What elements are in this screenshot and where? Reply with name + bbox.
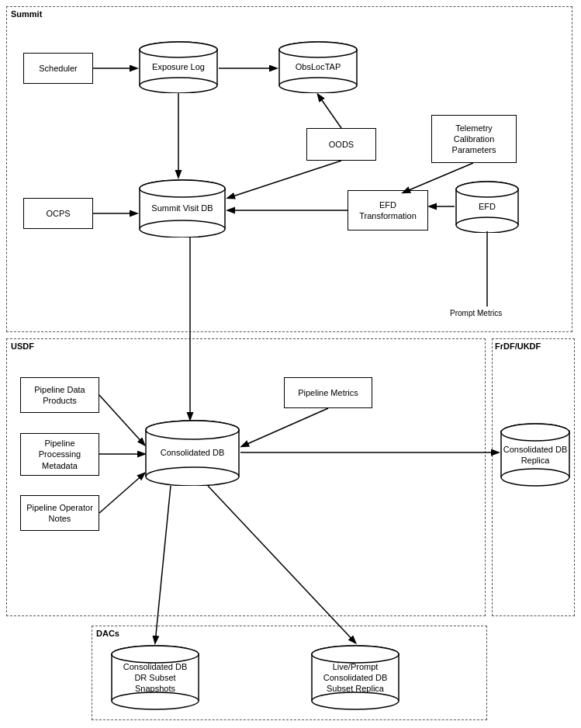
svg-point-5	[140, 42, 217, 57]
svg-point-22	[456, 217, 518, 233]
summit-label: Summit	[11, 9, 42, 19]
svg-point-35	[501, 424, 569, 441]
dr-subset-cylinder: Consolidated DB DR Subset Snapshots	[110, 644, 200, 711]
live-prompt-cylinder: Live/Prompt Consolidated DB Subset Repli…	[310, 644, 400, 711]
svg-point-11	[279, 42, 357, 57]
svg-point-23	[456, 182, 518, 197]
svg-point-28	[146, 467, 239, 486]
summit-visit-db-cylinder: Summit Visit DB	[138, 179, 227, 237]
ocps-box: OCPS	[23, 198, 93, 229]
pipeline-proc-box: Pipeline Processing Metadata	[20, 433, 99, 476]
oods-box: OODS	[306, 128, 376, 161]
svg-point-34	[501, 469, 569, 486]
pipeline-data-box: Pipeline Data Products	[20, 377, 99, 413]
svg-point-17	[140, 180, 225, 197]
dacs-label: DACs	[96, 629, 119, 638]
svg-point-10	[279, 78, 357, 93]
pipeline-op-box: Pipeline Operator Notes	[20, 495, 99, 531]
svg-point-4	[140, 78, 217, 93]
scheduler-box: Scheduler	[23, 53, 93, 84]
efd-transform-box: EFD Transformation	[348, 190, 428, 231]
exposure-log-cylinder: Exposure Log	[138, 40, 219, 93]
consolidated-db-cylinder: Consolidated DB	[144, 419, 240, 486]
svg-point-16	[140, 220, 225, 237]
svg-point-46	[312, 692, 399, 709]
svg-point-40	[112, 692, 199, 709]
frdf-label: FrDF/UKDF	[495, 341, 541, 351]
svg-point-29	[146, 421, 239, 439]
pipeline-metrics-box: Pipeline Metrics	[284, 377, 372, 408]
consolidated-replica-cylinder: Consolidated DB Replica	[500, 422, 571, 487]
obslocTAP-cylinder: ObsLocTAP	[278, 40, 358, 93]
telemetry-box: Telemetry Calibration Parameters	[431, 115, 517, 163]
efd-cylinder: EFD	[455, 180, 520, 233]
usdf-label: USDF	[11, 341, 34, 351]
diagram-container: Summit USDF FrDF/UKDF DACs Scheduler OCP…	[0, 0, 581, 728]
